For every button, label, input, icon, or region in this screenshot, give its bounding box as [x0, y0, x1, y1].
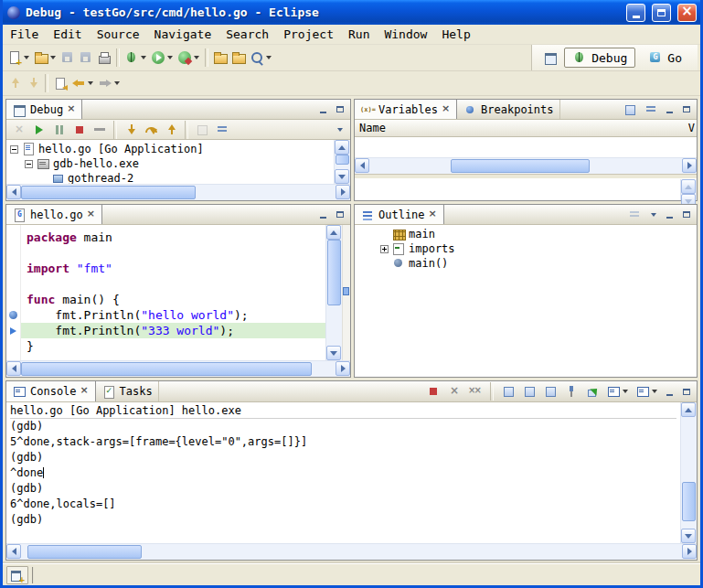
last-edit-location-button[interactable] — [51, 72, 69, 94]
menu-item-run[interactable]: Run — [341, 27, 377, 42]
tab-variables[interactable]: Variables — [355, 100, 457, 119]
remove-terminated-button[interactable] — [10, 119, 28, 141]
tab-console[interactable]: Console — [6, 381, 96, 401]
resume-button[interactable] — [30, 119, 48, 141]
scroll-down-icon[interactable] — [326, 346, 341, 360]
back-button[interactable] — [69, 72, 96, 94]
chevron-down-icon[interactable] — [139, 48, 147, 68]
overview-marker-icon[interactable] — [343, 287, 349, 295]
previous-annotation-button[interactable] — [24, 72, 42, 94]
word-wrap-button[interactable] — [541, 381, 559, 402]
tree-item[interactable]: gdb-hello.exe — [6, 156, 334, 171]
menu-item-navigate[interactable]: Navigate — [147, 27, 219, 42]
minimize-view-icon[interactable] — [663, 208, 676, 221]
console-output[interactable]: hello.go [Go Application] hello.exe (gdb… — [6, 402, 680, 543]
chevron-down-icon[interactable] — [621, 381, 629, 401]
chevron-down-icon[interactable] — [650, 381, 658, 401]
maximize-view-icon[interactable] — [679, 208, 693, 221]
close-icon[interactable] — [442, 104, 451, 115]
scroll-right-icon[interactable] — [682, 544, 697, 559]
chevron-down-icon[interactable] — [192, 48, 200, 68]
fast-view-button[interactable] — [6, 566, 28, 584]
chevron-down-icon[interactable] — [86, 73, 94, 93]
variables-column-header[interactable]: Name V — [355, 120, 697, 137]
details-vertical-scrollbar[interactable] — [680, 179, 697, 200]
step-over-button[interactable] — [142, 119, 160, 141]
next-annotation-button[interactable] — [5, 72, 24, 94]
tree-item[interactable]: imports — [377, 241, 697, 256]
code-line[interactable]: import "fmt" — [21, 261, 325, 276]
minimize-view-icon[interactable] — [316, 208, 330, 221]
debug-vertical-scrollbar[interactable] — [334, 140, 350, 184]
save-all-button[interactable] — [77, 47, 95, 69]
open-project-button[interactable] — [229, 47, 248, 69]
menu-item-project[interactable]: Project — [276, 27, 341, 42]
maximize-window-button[interactable] — [652, 4, 671, 22]
maximize-view-icon[interactable] — [679, 385, 693, 399]
menu-item-file[interactable]: File — [3, 27, 46, 42]
maximize-view-icon[interactable] — [679, 102, 693, 116]
expander-icon[interactable] — [25, 160, 33, 168]
editor-horizontal-scrollbar[interactable] — [6, 360, 350, 377]
tab-hello-go[interactable]: hello.go — [6, 205, 102, 224]
scroll-down-icon[interactable] — [681, 529, 696, 543]
tab-outline[interactable]: Outline — [355, 205, 444, 224]
editor-vertical-scrollbar[interactable] — [325, 225, 342, 360]
code-area[interactable]: package main import "fmt" func main() { … — [21, 225, 325, 360]
terminate-button[interactable] — [70, 119, 89, 141]
code-line[interactable]: func main() { — [21, 292, 325, 307]
scrollbar-thumb[interactable] — [451, 159, 590, 173]
display-selected-console-button[interactable] — [604, 381, 631, 402]
minimize-view-icon[interactable] — [663, 102, 676, 116]
pin-console-button[interactable] — [562, 381, 581, 402]
open-console-button[interactable] — [634, 381, 660, 402]
scroll-down-icon[interactable] — [335, 169, 349, 184]
disconnect-button[interactable] — [91, 119, 109, 141]
maximize-view-icon[interactable] — [333, 208, 346, 221]
breakpoint-icon[interactable] — [9, 311, 17, 319]
console-horizontal-scrollbar[interactable] — [6, 543, 697, 560]
chevron-down-icon[interactable] — [48, 48, 57, 68]
tree-item[interactable]: main — [377, 227, 697, 241]
open-perspective-button[interactable] — [541, 47, 559, 69]
perspective-debug-button[interactable]: Debug — [564, 48, 635, 68]
expander-icon[interactable] — [380, 245, 389, 253]
drop-to-frame-button[interactable] — [193, 119, 211, 141]
clear-console-button[interactable] — [499, 381, 517, 402]
scrollbar-thumb[interactable] — [336, 155, 349, 165]
scrollbar-thumb[interactable] — [327, 240, 341, 305]
forward-button[interactable] — [96, 72, 122, 94]
variables-horizontal-scrollbar[interactable] — [355, 157, 697, 174]
new-go-element-button[interactable] — [32, 47, 59, 69]
code-line[interactable]: } — [21, 338, 325, 354]
code-line[interactable] — [21, 245, 325, 261]
tab-breakpoints[interactable]: Breakpoints — [457, 100, 559, 119]
maximize-view-icon[interactable] — [333, 102, 346, 116]
tab-debug[interactable]: Debug — [6, 100, 82, 119]
code-line[interactable] — [21, 276, 325, 292]
chevron-down-icon[interactable] — [22, 48, 30, 68]
close-icon[interactable] — [87, 209, 96, 220]
remove-launch-button[interactable] — [445, 381, 463, 402]
scroll-right-icon[interactable] — [336, 185, 350, 199]
step-return-button[interactable] — [162, 119, 180, 141]
print-button[interactable] — [95, 47, 113, 69]
remove-all-terminated-button[interactable] — [466, 381, 485, 402]
scroll-right-icon[interactable] — [682, 158, 697, 173]
close-icon[interactable] — [67, 104, 76, 115]
suspend-button[interactable] — [50, 119, 69, 141]
annotation-ruler[interactable] — [6, 225, 21, 360]
minimize-view-icon[interactable] — [663, 385, 676, 399]
scrollbar-thumb[interactable] — [21, 362, 312, 376]
scroll-up-icon[interactable] — [335, 140, 349, 155]
collapse-all-button[interactable] — [642, 100, 660, 120]
menu-item-window[interactable]: Window — [377, 27, 434, 42]
run-button[interactable] — [149, 47, 176, 69]
close-icon[interactable] — [429, 209, 438, 220]
menu-item-source[interactable]: Source — [90, 27, 147, 42]
external-tools-button[interactable] — [176, 47, 202, 69]
expander-icon[interactable] — [10, 145, 18, 154]
scroll-left-icon[interactable] — [6, 544, 21, 559]
sort-button[interactable] — [625, 205, 644, 225]
scroll-left-icon[interactable] — [6, 185, 21, 199]
